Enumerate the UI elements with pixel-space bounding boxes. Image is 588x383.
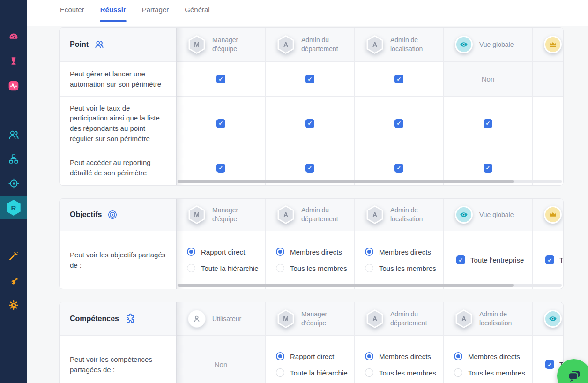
permissions-table-competences: Compétences Utilisateur M Manager d’équi… (59, 302, 564, 383)
column-header-admin-localisation: A Admin de localisation (354, 199, 443, 231)
hexagon-badge-a: A (366, 309, 384, 328)
checkbox-checked[interactable] (484, 164, 492, 173)
magic-wand-icon (8, 250, 19, 262)
radio-unchecked (187, 264, 195, 272)
radio-checked (187, 248, 195, 256)
radio-option-selected[interactable]: Membres directs (276, 248, 342, 256)
hexagon-badge-m: M (188, 205, 206, 224)
column-header-admin-departement: A Admin du département (265, 28, 354, 61)
key-icon (8, 275, 19, 286)
table-title-cell: Objectifs (60, 199, 176, 231)
radio-checked (276, 248, 284, 256)
scope-checkbox-cell: Toute l’entreprise (443, 231, 532, 289)
tab-ecouter[interactable]: Ecouter (59, 4, 85, 15)
permission-label-cell: Peut voir les objectifs partagés de : (60, 231, 176, 289)
permission-cell (354, 97, 443, 150)
permission-cell (265, 62, 354, 96)
checkbox-checked[interactable] (545, 360, 554, 369)
radio-unchecked (276, 368, 284, 377)
hexagon-badge-a: A (455, 309, 473, 328)
sidebar-item-magic-wand[interactable] (0, 250, 27, 262)
radio-option-selected[interactable]: Rapport direct (276, 352, 334, 360)
permission-cell (265, 97, 354, 150)
sidebar-item-key[interactable] (0, 275, 27, 286)
scrollbar-thumb[interactable] (178, 284, 514, 287)
checkbox-checked[interactable] (305, 75, 314, 83)
permission-label-cell: Peut accéder au reporting détaillé de so… (60, 150, 176, 185)
radio-option[interactable]: Tous les membres (454, 368, 525, 377)
scrollbar-thumb[interactable] (178, 180, 514, 183)
table-header-row: Objectifs M Manager d’équipe A Admin du … (60, 199, 563, 231)
eye-icon (455, 206, 473, 224)
sidebar-item-target[interactable] (0, 178, 27, 189)
permissions-table-objectifs: Objectifs M Manager d’équipe A Admin du … (59, 198, 564, 289)
tab-partager[interactable]: Partager (141, 4, 170, 15)
radio-option[interactable]: Toute la hiérarchie (276, 368, 348, 377)
gear-icon (8, 300, 19, 311)
sidebar-item-reussir-active[interactable]: R (0, 196, 27, 219)
radio-unchecked (365, 368, 373, 377)
checkbox-checked[interactable] (394, 119, 403, 128)
radio-checked (365, 248, 373, 256)
sidebar-item-dashboard[interactable] (0, 31, 27, 43)
scope-radio-group: Membres directs Tous les membres (443, 336, 532, 383)
permission-cell (354, 62, 443, 96)
column-header-admin-departement: A Admin du département (354, 302, 443, 335)
radio-option[interactable]: Tous les membres (276, 264, 347, 272)
table-row: Peut gérer et lancer une automation sur … (60, 61, 563, 96)
hexagon-badge-a: A (277, 35, 295, 54)
column-header-vue-globale: Vue globale (443, 199, 532, 231)
column-header-manager: M Manager d’équipe (176, 28, 265, 61)
permission-cell-empty (532, 97, 564, 150)
radio-option-selected[interactable]: Membres directs (454, 352, 520, 360)
checkbox-checked[interactable] (394, 164, 403, 173)
checkbox-checked[interactable] (484, 119, 492, 128)
checkbox-checked[interactable] (305, 164, 314, 173)
column-header-manager: M Manager d’équipe (176, 199, 265, 231)
radio-option[interactable]: Tous les membres (365, 264, 436, 272)
tab-reussir[interactable]: Réussir (99, 4, 127, 15)
sidebar-item-trophy[interactable] (0, 55, 27, 67)
column-header-manager: M Manager d’équipe (265, 302, 354, 335)
tabs: Ecouter Réussir Partager Général (27, 0, 588, 15)
checkbox-checked[interactable] (216, 164, 225, 173)
checkbox-checked[interactable] (216, 119, 225, 128)
checkbox-checked[interactable] (545, 255, 554, 264)
checkbox-checked[interactable] (216, 75, 225, 83)
left-sidebar: R (0, 0, 27, 383)
puzzle-icon (125, 313, 136, 324)
radio-option-selected[interactable]: Rapport direct (187, 248, 245, 256)
radio-option-selected[interactable]: Membres directs (365, 248, 431, 256)
column-header-vue-globale (532, 302, 564, 335)
checkbox-checked[interactable] (456, 255, 465, 264)
scope-radio-group: Rapport direct Toute la hiérarchie (176, 231, 265, 289)
hexagon-badge-a: A (366, 35, 384, 54)
radio-option[interactable]: Toute la hiérarchie (187, 264, 259, 272)
permission-cell (176, 97, 265, 150)
checkbox-checked[interactable] (305, 119, 314, 128)
radio-option[interactable]: Tous les membres (365, 368, 436, 377)
permission-label-cell: Peut gérer et lancer une automation sur … (60, 62, 176, 96)
scope-radio-group: Membres directs Tous les membres (265, 231, 354, 289)
sidebar-item-hierarchy[interactable] (0, 153, 27, 165)
r-hexagon-logo: R (6, 200, 21, 216)
column-header-admin-localisation: A Admin de localisation (443, 302, 532, 335)
checkbox-checked[interactable] (394, 75, 403, 83)
horizontal-scrollbar (177, 180, 562, 183)
tab-general[interactable]: Général (184, 4, 210, 15)
column-header-premium (532, 199, 564, 231)
scope-radio-group: Rapport direct Toute la hiérarchie (265, 336, 354, 383)
hexagon-badge-a: A (366, 205, 384, 224)
table-row: Peut voir le taux de participation ainsi… (60, 96, 563, 150)
scope-radio-group: Membres directs Tous les membres (354, 231, 443, 289)
radio-checked (454, 352, 462, 360)
hierarchy-icon (8, 153, 19, 165)
sidebar-item-activity[interactable] (0, 80, 27, 91)
permission-cell (176, 62, 265, 96)
hexagon-badge-m: M (277, 309, 295, 328)
radio-option-selected[interactable]: Membres directs (365, 352, 431, 360)
radio-checked (276, 352, 284, 360)
sidebar-item-settings[interactable] (0, 300, 27, 311)
sidebar-item-users[interactable] (0, 129, 27, 140)
permissions-table-point: Point M Manager d’équipe A Admin du dépa… (59, 27, 564, 186)
